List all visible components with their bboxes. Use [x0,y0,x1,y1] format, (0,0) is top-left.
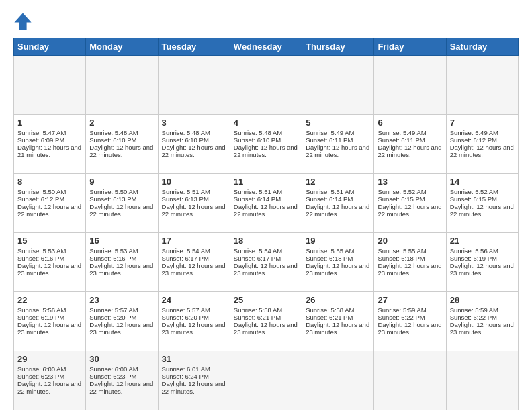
daylight: Daylight: 12 hours and 22 minutes. [17,203,81,218]
calendar-cell: 28 Sunrise: 5:59 AM Sunset: 6:22 PM Dayl… [446,292,518,351]
calendar-cell [158,56,230,115]
sunset: Sunset: 6:19 PM [450,255,497,262]
sunset: Sunset: 6:22 PM [450,314,497,321]
sunset: Sunset: 6:16 PM [89,255,136,262]
day-number: 20 [378,236,442,246]
sunrise: Sunrise: 5:48 AM [89,129,138,136]
calendar-cell: 11 Sunrise: 5:51 AM Sunset: 6:14 PM Dayl… [230,174,302,233]
sunrise: Sunrise: 5:55 AM [306,247,354,255]
sunset: Sunset: 6:13 PM [162,195,209,203]
sunrise: Sunrise: 5:48 AM [234,129,282,136]
day-number: 6 [378,118,442,128]
sunrise: Sunrise: 6:01 AM [162,365,210,373]
daylight: Daylight: 12 hours and 22 minutes. [162,144,226,158]
day-number: 14 [450,177,515,187]
daylight: Daylight: 12 hours and 22 minutes. [162,203,226,218]
sunset: Sunset: 6:17 PM [162,255,209,262]
calendar-cell [302,351,374,410]
daylight: Daylight: 12 hours and 22 minutes. [89,203,153,218]
sunset: Sunset: 6:12 PM [17,195,64,203]
day-number: 1 [17,118,82,128]
daylight: Daylight: 12 hours and 23 minutes. [378,321,441,336]
day-number: 7 [450,118,515,128]
calendar-cell [230,351,302,410]
sunrise: Sunrise: 5:51 AM [306,188,354,195]
day-number: 25 [234,295,298,305]
daylight: Daylight: 12 hours and 22 minutes. [306,144,369,158]
daylight: Daylight: 12 hours and 23 minutes. [162,262,226,277]
daylight: Daylight: 12 hours and 22 minutes. [378,144,441,158]
sunrise: Sunrise: 5:50 AM [17,188,66,195]
daylight: Daylight: 12 hours and 23 minutes. [89,321,153,336]
col-tuesday: Tuesday [158,38,230,56]
sunrise: Sunrise: 5:53 AM [17,247,66,255]
daylight: Daylight: 12 hours and 22 minutes. [450,144,514,158]
sunrise: Sunrise: 5:54 AM [162,247,210,255]
day-number: 22 [17,295,82,305]
day-number: 26 [306,295,370,305]
calendar-cell: 18 Sunrise: 5:54 AM Sunset: 6:17 PM Dayl… [230,233,302,292]
calendar-week-row: 29 Sunrise: 6:00 AM Sunset: 6:23 PM Dayl… [14,351,519,410]
calendar-cell: 13 Sunrise: 5:52 AM Sunset: 6:15 PM Dayl… [374,174,446,233]
sunset: Sunset: 6:10 PM [162,136,209,144]
sunrise: Sunrise: 5:49 AM [450,129,498,136]
sunrise: Sunrise: 5:49 AM [306,129,354,136]
calendar-cell: 1 Sunrise: 5:47 AM Sunset: 6:09 PM Dayli… [14,115,86,174]
sunset: Sunset: 6:10 PM [89,136,136,144]
sunset: Sunset: 6:10 PM [234,136,281,144]
calendar-cell: 2 Sunrise: 5:48 AM Sunset: 6:10 PM Dayli… [86,115,158,174]
col-saturday: Saturday [446,38,518,56]
calendar-cell: 23 Sunrise: 5:57 AM Sunset: 6:20 PM Dayl… [86,292,158,351]
calendar-cell: 12 Sunrise: 5:51 AM Sunset: 6:14 PM Dayl… [302,174,374,233]
day-number: 27 [378,295,442,305]
calendar-cell [302,56,374,115]
day-number: 2 [89,118,154,128]
calendar-cell: 25 Sunrise: 5:58 AM Sunset: 6:21 PM Dayl… [230,292,302,351]
col-thursday: Thursday [302,38,374,56]
sunset: Sunset: 6:18 PM [306,255,353,262]
day-number: 24 [162,295,226,305]
page: Sunday Monday Tuesday Wednesday Thursday… [0,0,532,411]
calendar-week-row: 15 Sunrise: 5:53 AM Sunset: 6:16 PM Dayl… [14,233,519,292]
day-number: 21 [450,236,515,246]
sunrise: Sunrise: 5:56 AM [17,306,66,314]
calendar-cell: 24 Sunrise: 5:57 AM Sunset: 6:20 PM Dayl… [158,292,230,351]
day-number: 19 [306,236,370,246]
sunrise: Sunrise: 5:59 AM [378,306,426,314]
sunset: Sunset: 6:11 PM [306,136,353,144]
calendar-cell: 16 Sunrise: 5:53 AM Sunset: 6:16 PM Dayl… [86,233,158,292]
day-number: 30 [89,354,154,364]
daylight: Daylight: 12 hours and 22 minutes. [306,203,369,218]
calendar-cell [374,351,446,410]
daylight: Daylight: 12 hours and 23 minutes. [234,321,298,336]
day-number: 11 [234,177,298,187]
calendar-cell: 15 Sunrise: 5:53 AM Sunset: 6:16 PM Dayl… [14,233,86,292]
calendar-cell [374,56,446,115]
sunrise: Sunrise: 5:57 AM [89,306,138,314]
calendar-cell: 10 Sunrise: 5:51 AM Sunset: 6:13 PM Dayl… [158,174,230,233]
daylight: Daylight: 12 hours and 23 minutes. [17,262,81,277]
calendar-cell: 14 Sunrise: 5:52 AM Sunset: 6:15 PM Dayl… [446,174,518,233]
header [13,12,519,31]
day-number: 16 [89,236,154,246]
sunrise: Sunrise: 5:58 AM [234,306,282,314]
daylight: Daylight: 12 hours and 23 minutes. [450,262,514,277]
daylight: Daylight: 12 hours and 23 minutes. [89,262,153,277]
calendar-cell: 22 Sunrise: 5:56 AM Sunset: 6:19 PM Dayl… [14,292,86,351]
calendar-cell: 19 Sunrise: 5:55 AM Sunset: 6:18 PM Dayl… [302,233,374,292]
calendar-cell [446,351,518,410]
calendar-week-row: 1 Sunrise: 5:47 AM Sunset: 6:09 PM Dayli… [14,115,519,174]
col-friday: Friday [374,38,446,56]
sunrise: Sunrise: 5:52 AM [450,188,498,195]
daylight: Daylight: 12 hours and 23 minutes. [378,262,441,277]
day-number: 3 [162,118,226,128]
sunrise: Sunrise: 5:49 AM [378,129,426,136]
day-number: 15 [17,236,82,246]
day-number: 10 [162,177,226,187]
sunrise: Sunrise: 5:59 AM [450,306,498,314]
sunrise: Sunrise: 5:48 AM [162,129,210,136]
calendar-header-row: Sunday Monday Tuesday Wednesday Thursday… [14,38,519,56]
calendar-cell [86,56,158,115]
daylight: Daylight: 12 hours and 23 minutes. [306,262,369,277]
logo-icon [13,12,32,31]
